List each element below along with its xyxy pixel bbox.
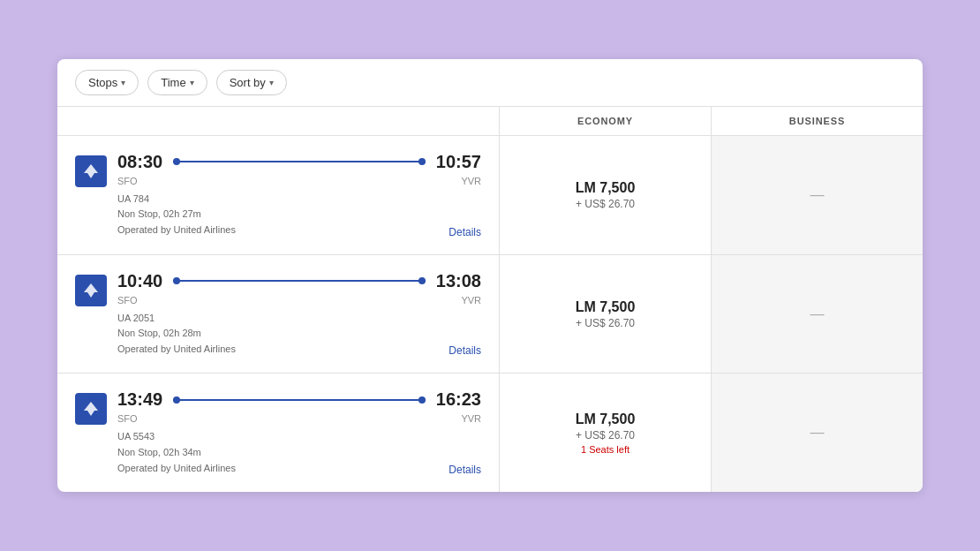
sort-by-chevron-icon: ▾ (269, 78, 274, 87)
airport-row-2: SFO YVR (117, 295, 481, 306)
flights-list: 08:30 10:57 SFO YVR UA 784 Non Stop, 0 (57, 136, 923, 492)
economy-price-cell-1[interactable]: LM 7,500 + US$ 26.70 (499, 136, 711, 254)
economy-price-1: LM 7,500 (576, 180, 636, 196)
flight-info-2: 10:40 13:08 SFO YVR UA 2051 Non Stop, (57, 255, 499, 374)
filters-row: Stops ▾ Time ▾ Sort by ▾ (57, 59, 923, 107)
arrive-airport-1: YVR (461, 176, 481, 186)
arrive-time-2: 13:08 (436, 271, 481, 291)
stops-filter-label: Stops (88, 76, 117, 89)
arrive-airport-2: YVR (461, 295, 481, 306)
airline-logo-1 (75, 155, 107, 187)
header-business-col: BUSINESS (711, 107, 923, 135)
flight-meta-2: UA 2051 Non Stop, 02h 28m Operated by Un… (117, 311, 481, 358)
flight-operator-1: Operated by United Airlines (117, 223, 236, 238)
economy-fee-3: + US$ 26.70 (576, 429, 635, 442)
flight-times-2: 10:40 13:08 (117, 271, 481, 291)
time-filter-label: Time (161, 76, 185, 89)
flight-meta-1: UA 784 Non Stop, 02h 27m Operated by Uni… (117, 192, 481, 238)
business-price-cell-1: — (711, 136, 923, 254)
depart-time-1: 08:30 (117, 152, 162, 172)
arrive-airport-3: YVR (461, 413, 481, 424)
stops-filter-button[interactable]: Stops ▾ (75, 70, 139, 95)
business-price-cell-2: — (711, 255, 923, 374)
business-dash-3: — (810, 425, 825, 441)
flight-number-1: UA 784 (117, 192, 236, 208)
sort-by-filter-label: Sort by (230, 76, 266, 89)
flight-details-1: 08:30 10:57 SFO YVR UA 784 Non Stop, 0 (117, 152, 481, 238)
time-chevron-icon: ▾ (190, 78, 194, 87)
arrive-time-3: 16:23 (436, 389, 481, 410)
depart-airport-3: SFO (117, 413, 138, 424)
airport-row-3: SFO YVR (117, 413, 481, 424)
header-flight-col (57, 107, 499, 135)
flight-row-3: 13:49 16:23 SFO YVR UA 5543 Non Stop, (57, 374, 923, 492)
flight-stops-2: Non Stop, 02h 28m (117, 326, 236, 342)
flight-info-1: 08:30 10:57 SFO YVR UA 784 Non Stop, 0 (57, 136, 499, 254)
flight-line-inner-3 (173, 399, 426, 401)
arrive-time-1: 10:57 (436, 152, 481, 172)
flight-meta-left-3: UA 5543 Non Stop, 02h 34m Operated by Un… (117, 429, 236, 476)
flight-details-3: 13:49 16:23 SFO YVR UA 5543 Non Stop, (117, 389, 481, 476)
economy-price-2: LM 7,500 (576, 299, 636, 315)
economy-price-cell-2[interactable]: LM 7,500 + US$ 26.70 (499, 255, 711, 374)
flight-meta-left-1: UA 784 Non Stop, 02h 27m Operated by Uni… (117, 192, 236, 238)
flight-line-inner-2 (173, 280, 426, 282)
economy-price-cell-3[interactable]: LM 7,500 + US$ 26.70 1 Seats left (499, 374, 711, 492)
flight-number-2: UA 2051 (117, 311, 236, 327)
airline-logo-3 (75, 393, 107, 425)
airport-row-1: SFO YVR (117, 176, 481, 186)
flight-times-1: 08:30 10:57 (117, 152, 481, 172)
details-link-2[interactable]: Details (449, 344, 481, 357)
header-economy-col: ECONOMY (499, 107, 711, 135)
details-link-1[interactable]: Details (449, 226, 481, 238)
economy-fee-2: + US$ 26.70 (576, 317, 635, 329)
flight-stops-3: Non Stop, 02h 34m (117, 445, 236, 461)
economy-fee-1: + US$ 26.70 (576, 198, 635, 210)
time-filter-button[interactable]: Time ▾ (147, 70, 207, 95)
flight-line-3 (173, 399, 426, 401)
flight-line-1 (173, 161, 426, 162)
flight-row: 08:30 10:57 SFO YVR UA 784 Non Stop, 0 (57, 136, 923, 255)
airline-logo-2 (75, 275, 107, 306)
depart-airport-2: SFO (117, 295, 138, 306)
flight-line-2 (173, 280, 426, 282)
flights-container: Stops ▾ Time ▾ Sort by ▾ ECONOMY BUSINES… (57, 59, 923, 492)
economy-seats-3: 1 Seats left (581, 444, 629, 455)
flight-stops-1: Non Stop, 02h 27m (117, 207, 236, 223)
flight-operator-3: Operated by United Airlines (117, 461, 236, 477)
business-price-cell-3: — (711, 374, 923, 492)
sort-by-filter-button[interactable]: Sort by ▾ (216, 70, 287, 95)
business-dash-2: — (810, 306, 825, 322)
flight-row-2: 10:40 13:08 SFO YVR UA 2051 Non Stop, (57, 255, 923, 374)
flight-operator-2: Operated by United Airlines (117, 342, 236, 358)
depart-time-3: 13:49 (117, 389, 162, 410)
details-link-3[interactable]: Details (449, 464, 481, 476)
flight-details-2: 10:40 13:08 SFO YVR UA 2051 Non Stop, (117, 271, 481, 358)
flight-times-3: 13:49 16:23 (117, 389, 481, 410)
flight-line-inner-1 (173, 161, 426, 162)
table-header: ECONOMY BUSINESS (57, 107, 923, 136)
business-dash-1: — (810, 187, 825, 203)
flight-number-3: UA 5543 (117, 429, 236, 445)
depart-airport-1: SFO (117, 176, 138, 186)
flight-meta-left-2: UA 2051 Non Stop, 02h 28m Operated by Un… (117, 311, 236, 358)
economy-price-3: LM 7,500 (576, 411, 636, 427)
flight-info-3: 13:49 16:23 SFO YVR UA 5543 Non Stop, (57, 374, 499, 492)
depart-time-2: 10:40 (117, 271, 162, 291)
flight-meta-3: UA 5543 Non Stop, 02h 34m Operated by Un… (117, 429, 481, 476)
stops-chevron-icon: ▾ (121, 78, 125, 87)
